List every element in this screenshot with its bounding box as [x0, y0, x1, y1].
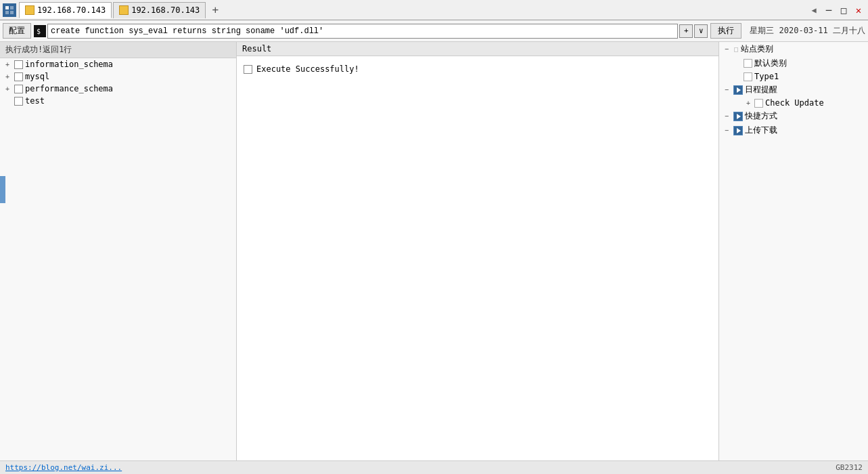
expander-schedule[interactable]: −	[722, 85, 731, 95]
datetime-display: 星期三 2020-03-11 二月十八	[744, 25, 865, 37]
label-site-category: 站点类别	[741, 43, 773, 55]
close-button[interactable]: ✕	[852, 3, 865, 17]
expander-information-schema[interactable]: +	[3, 60, 12, 69]
label-type1: Type1	[754, 72, 779, 81]
input-controls: + ∨	[679, 24, 708, 38]
command-input[interactable]	[47, 24, 678, 39]
expander-performance-schema[interactable]: +	[3, 84, 12, 93]
right-tree-schedule[interactable]: − 日程提醒	[719, 83, 868, 97]
db-tree-header: 执行成功!返回1行	[0, 42, 236, 58]
execute-button[interactable]: 执行	[710, 23, 741, 39]
checkbox-mysql[interactable]	[14, 72, 23, 81]
right-tree-type1[interactable]: Type1	[719, 70, 868, 83]
expander-mysql[interactable]: +	[3, 72, 12, 81]
expander-check-update[interactable]: +	[744, 98, 753, 108]
maximize-button[interactable]: □	[837, 3, 850, 17]
encoding-label: GB2312	[836, 463, 863, 472]
label-schedule: 日程提醒	[745, 84, 777, 95]
checkbox-default-type[interactable]	[744, 59, 752, 68]
label-information-schema: information_schema	[25, 60, 113, 69]
terminal-icon: $	[34, 25, 46, 37]
svg-marker-7	[737, 128, 741, 133]
label-mysql: mysql	[25, 72, 49, 81]
title-bar-left: 192.168.70.143 192.168.70.143 +	[3, 2, 807, 18]
arrow-left-button[interactable]: ◀	[807, 3, 821, 17]
tab-1-icon	[25, 5, 35, 15]
expander2-site-category[interactable]: □	[731, 45, 741, 54]
tree-item-performance-schema[interactable]: + performance_schema	[0, 83, 236, 95]
result-row-1: Execute Successfully!	[242, 62, 713, 77]
checkbox-check-update[interactable]	[754, 99, 763, 108]
minimize-button[interactable]: ─	[822, 3, 836, 17]
checkbox-type1[interactable]	[744, 72, 752, 81]
tab-1[interactable]: 192.168.70.143	[19, 2, 112, 18]
result-panel: Result Execute Successfully!	[237, 42, 719, 474]
tab-2-label: 192.168.70.143	[131, 5, 200, 15]
caret-button[interactable]: ∨	[694, 24, 708, 38]
expander-shortcut[interactable]: −	[722, 112, 731, 121]
main-layout: 执行成功!返回1行 + information_schema + mysql +…	[0, 42, 868, 474]
checkbox-information-schema[interactable]	[14, 60, 23, 69]
label-shortcut: 快捷方式	[745, 110, 777, 122]
expander-site-category[interactable]: −	[722, 45, 731, 54]
shortcut-icon	[733, 112, 743, 121]
left-edge-tab[interactable]	[0, 176, 5, 203]
result-body: Execute Successfully!	[237, 56, 718, 82]
upload-icon	[733, 126, 743, 135]
svg-rect-3	[10, 11, 14, 14]
tree-item-information-schema[interactable]: + information_schema	[0, 58, 236, 70]
svg-marker-6	[737, 114, 741, 119]
result-header: Result	[237, 42, 718, 56]
label-performance-schema: performance_schema	[25, 84, 113, 93]
add-tab-button[interactable]: +	[207, 2, 223, 18]
schedule-icon	[733, 85, 743, 95]
checkbox-test[interactable]	[14, 97, 23, 106]
svg-rect-0	[5, 6, 9, 9]
label-upload: 上传下载	[745, 125, 777, 136]
expander-upload[interactable]: −	[722, 126, 731, 135]
checkbox-performance-schema[interactable]	[14, 85, 23, 93]
label-default-type: 默认类别	[754, 58, 787, 69]
right-tree-shortcut[interactable]: − 快捷方式	[719, 109, 868, 123]
db-tree-panel: 执行成功!返回1行 + information_schema + mysql +…	[0, 42, 237, 474]
config-button[interactable]: 配置	[3, 23, 31, 39]
svg-rect-1	[10, 6, 14, 9]
title-bar: 192.168.70.143 192.168.70.143 + ◀ ─ □ ✕	[0, 0, 868, 20]
label-test: test	[25, 96, 45, 106]
plus-button[interactable]: +	[679, 24, 693, 38]
tab-2[interactable]: 192.168.70.143	[113, 2, 206, 18]
svg-marker-5	[737, 87, 741, 93]
status-bar: https://blog.net/wai.zi... GB2312	[0, 460, 868, 474]
result-text-1: Execute Successfully!	[256, 64, 359, 74]
svg-text:$: $	[37, 28, 41, 35]
tab-1-label: 192.168.70.143	[37, 5, 106, 15]
right-tree-default-type[interactable]: 默认类别	[719, 56, 868, 70]
result-checkbox-1[interactable]	[244, 65, 252, 74]
tree-item-mysql[interactable]: + mysql	[0, 70, 236, 83]
right-tree-check-update[interactable]: + Check Update	[719, 97, 868, 109]
svg-rect-2	[5, 11, 9, 14]
toolbar: 配置 $ + ∨ 执行 星期三 2020-03-11 二月十八	[0, 20, 868, 42]
site-tree-panel: − □ 站点类别 默认类别 Type1 − 日程提醒 + Chec	[719, 42, 868, 474]
window-icon	[3, 3, 16, 17]
tree-item-test[interactable]: test	[0, 95, 236, 107]
command-bar: $ + ∨	[34, 24, 708, 39]
label-check-update: Check Update	[765, 98, 824, 108]
right-tree-site-category[interactable]: − □ 站点类别	[719, 42, 868, 56]
tab-2-icon	[119, 5, 129, 15]
right-tree-upload[interactable]: − 上传下载	[719, 123, 868, 137]
status-link[interactable]: https://blog.net/wai.zi...	[5, 463, 122, 472]
window-controls: ◀ ─ □ ✕	[807, 3, 865, 17]
tab-group: 192.168.70.143 192.168.70.143 +	[19, 2, 223, 18]
